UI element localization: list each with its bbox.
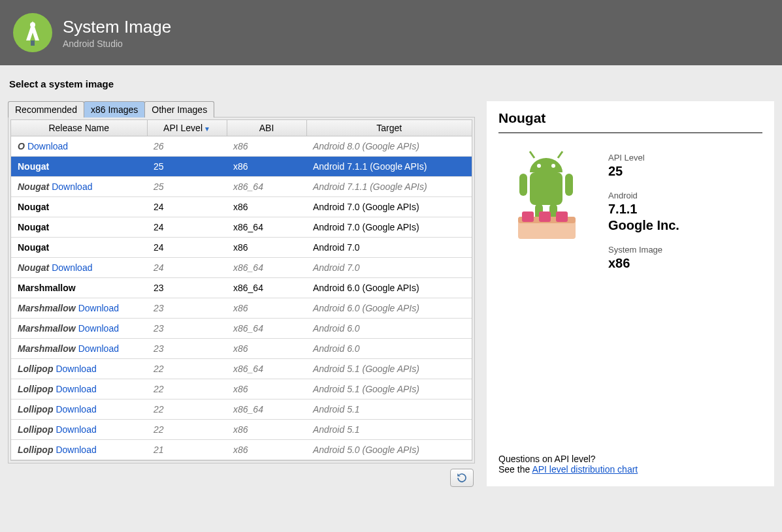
cell-api: 22: [147, 399, 227, 420]
table-row[interactable]: Nougat25x86Android 7.1.1 (Google APIs): [11, 157, 472, 177]
wizard-header: System Image Android Studio: [0, 0, 782, 65]
svg-line-8: [530, 151, 534, 158]
table-row[interactable]: LollipopDownload22x86_64Android 5.1: [11, 399, 472, 420]
download-link[interactable]: Download: [78, 343, 119, 354]
api-distribution-link[interactable]: API level distribution chart: [532, 464, 638, 475]
table-row[interactable]: Nougat24x86_64Android 7.0 (Google APIs): [11, 217, 472, 238]
download-link[interactable]: Download: [56, 424, 96, 435]
svg-rect-14: [522, 211, 534, 222]
page-subtitle: Android Studio: [63, 39, 171, 49]
table-row[interactable]: Nougat24x86Android 7.0 (Google APIs): [11, 197, 472, 217]
download-link[interactable]: Download: [52, 262, 92, 273]
release-name: Marshmallow: [18, 323, 76, 334]
release-name: Lollipop: [18, 364, 53, 374]
cell-abi: x86: [227, 339, 306, 359]
release-name: Nougat: [18, 242, 49, 253]
cell-api: 23: [147, 298, 227, 319]
refresh-icon: [456, 472, 468, 484]
release-name: Nougat: [18, 202, 49, 212]
table-row[interactable]: NougatDownload25x86_64Android 7.1.1 (Goo…: [11, 177, 472, 197]
footer-question: Questions on API level?: [498, 454, 762, 464]
cell-abi: x86_64: [227, 399, 306, 420]
cell-api: 24: [147, 238, 227, 258]
api-level-label: API Level: [608, 153, 679, 163]
table-row[interactable]: LollipopDownload21x86Android 5.0 (Google…: [11, 440, 472, 460]
download-link[interactable]: Download: [56, 364, 96, 374]
table-row[interactable]: Nougat24x86Android 7.0: [11, 238, 472, 258]
tab-other-images[interactable]: Other Images: [144, 101, 214, 117]
cell-abi: x86: [227, 157, 306, 177]
cell-api: 25: [147, 157, 227, 177]
table-row[interactable]: MarshmallowDownload23x86_64Android 6.0: [11, 319, 472, 339]
cell-abi: x86_64: [227, 319, 306, 339]
page-title: System Image: [63, 17, 171, 37]
cell-api: 23: [147, 339, 227, 359]
instruction-text: Select a system image: [9, 78, 774, 89]
cell-abi: x86: [227, 197, 306, 217]
column-header-api-level[interactable]: API Level▼: [147, 120, 227, 136]
image-tabs: Recommendedx86 ImagesOther Images: [8, 101, 475, 117]
download-link[interactable]: Download: [27, 141, 68, 151]
cell-target: Android 7.1.1 (Google APIs): [306, 177, 472, 197]
table-row[interactable]: LollipopDownload22x86Android 5.1: [11, 420, 472, 440]
cell-api: 22: [147, 359, 227, 379]
table-row[interactable]: LollipopDownload22x86Android 5.1 (Google…: [11, 379, 472, 399]
download-link[interactable]: Download: [56, 445, 96, 455]
refresh-button[interactable]: [450, 469, 474, 487]
download-link[interactable]: Download: [56, 384, 96, 394]
table-row[interactable]: MarshmallowDownload23x86Android 6.0: [11, 339, 472, 359]
cell-api: 24: [147, 258, 227, 278]
release-name: O: [18, 141, 25, 151]
system-image-value: x86: [608, 256, 679, 271]
column-header-abi[interactable]: ABI: [227, 120, 306, 136]
cell-api: 21: [147, 440, 227, 460]
download-link[interactable]: Download: [56, 404, 96, 415]
cell-target: Android 5.1 (Google APIs): [306, 359, 472, 379]
column-header-target[interactable]: Target: [306, 120, 472, 136]
cell-target: Android 5.0 (Google APIs): [306, 440, 472, 460]
cell-target: Android 7.0: [306, 238, 472, 258]
android-studio-icon: [12, 12, 54, 54]
svg-rect-5: [565, 174, 573, 196]
tab-recommended[interactable]: Recommended: [8, 101, 84, 117]
release-name: Nougat: [18, 222, 49, 232]
cell-target: Android 7.1.1 (Google APIs): [306, 157, 472, 177]
table-row[interactable]: NougatDownload24x86_64Android 7.0: [11, 258, 472, 278]
detail-divider: [498, 133, 762, 133]
download-link[interactable]: Download: [52, 181, 92, 192]
cell-api: 26: [147, 136, 227, 157]
svg-rect-15: [539, 211, 551, 222]
cell-api: 22: [147, 379, 227, 399]
cell-api: 23: [147, 319, 227, 339]
cell-abi: x86: [227, 440, 306, 460]
cell-api: 22: [147, 420, 227, 440]
api-level-value: 25: [608, 164, 679, 179]
cell-abi: x86: [227, 420, 306, 440]
detail-panel: Nougat: [487, 101, 774, 486]
cell-abi: x86_64: [227, 217, 306, 238]
download-link[interactable]: Download: [78, 323, 119, 334]
column-header-release-name[interactable]: Release Name: [11, 120, 147, 136]
table-row[interactable]: MarshmallowDownload23x86Android 6.0 (Goo…: [11, 298, 472, 319]
svg-rect-3: [530, 172, 562, 205]
tab-x86-images[interactable]: x86 Images: [84, 101, 145, 117]
image-table-panel: Release NameAPI Level▼ABITarget ODownloa…: [8, 117, 475, 463]
cell-target: Android 5.1 (Google APIs): [306, 379, 472, 399]
cell-abi: x86: [227, 238, 306, 258]
cell-target: Android 6.0: [306, 319, 472, 339]
system-image-table: Release NameAPI Level▼ABITarget ODownloa…: [11, 120, 472, 460]
cell-abi: x86_64: [227, 258, 306, 278]
table-row[interactable]: LollipopDownload22x86_64Android 5.1 (Goo…: [11, 359, 472, 379]
download-link[interactable]: Download: [78, 303, 119, 313]
svg-point-1: [30, 22, 35, 27]
cell-target: Android 5.1: [306, 420, 472, 440]
svg-rect-2: [31, 40, 35, 46]
cell-api: 23: [147, 278, 227, 298]
release-name: Lollipop: [18, 384, 53, 394]
sort-indicator-icon: ▼: [204, 125, 210, 133]
release-name: Nougat: [18, 161, 49, 172]
table-row[interactable]: ODownload26x86Android 8.0 (Google APIs): [11, 136, 472, 157]
android-label: Android: [608, 191, 679, 200]
table-row[interactable]: Marshmallow23x86_64Android 6.0 (Google A…: [11, 278, 472, 298]
release-name: Lollipop: [18, 445, 53, 455]
